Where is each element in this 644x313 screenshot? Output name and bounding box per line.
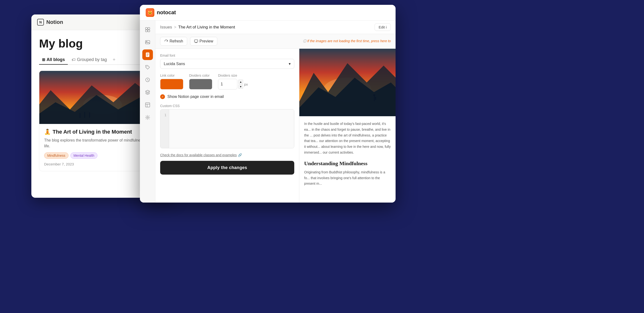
sidebar-item-layers[interactable]: [142, 87, 153, 98]
breadcrumb: Issues > The Art of Living in the Moment: [160, 25, 235, 30]
monitor-icon: [194, 39, 198, 43]
sidebar-item-tag[interactable]: [142, 62, 153, 72]
notocat-main: Issues > The Art of Living in the Moment…: [155, 20, 396, 202]
svg-rect-13: [148, 28, 150, 30]
breadcrumb-current: The Art of Living in the Moment: [178, 25, 235, 30]
link-color-label: Link color: [160, 74, 183, 78]
svg-point-36: [374, 94, 375, 96]
tab-grouped-by-tag[interactable]: 🏷 Grouped by tag: [69, 55, 110, 65]
toolbar-notice: ⓘ If the images are not loading the firs…: [303, 39, 391, 44]
notocat-logo-icon: 🐱: [146, 8, 154, 17]
css-line-numbers: 1: [160, 110, 169, 148]
tab-grouped-label: Grouped by tag: [77, 57, 107, 62]
preview-hero-image: [299, 49, 396, 116]
svg-rect-24: [146, 103, 150, 107]
svg-rect-6: [89, 112, 90, 118]
email-font-label: Email font: [160, 54, 294, 58]
link-color-group: Link color: [160, 74, 183, 90]
notion-logo-icon: N: [37, 19, 44, 26]
custom-css-row: Custom CSS 1: [160, 104, 294, 148]
preview-panel: In the hustle and bustle of today's fast…: [299, 49, 396, 202]
breadcrumb-separator: >: [174, 25, 176, 30]
notocat-window: 🐱 notocat: [140, 5, 396, 202]
tab-all-blogs-label: All blogs: [46, 57, 65, 62]
preview-intro-text: In the hustle and bustle of today's fast…: [304, 121, 391, 156]
svg-point-22: [146, 66, 147, 67]
sidebar-item-circle[interactable]: [142, 74, 153, 85]
divider-down-button[interactable]: ▼: [238, 84, 243, 89]
apply-changes-button[interactable]: Apply the changes: [160, 161, 294, 174]
external-link-icon: 🔗: [238, 153, 242, 157]
email-font-row: Email font Lucida Sans ▾: [160, 54, 294, 69]
tag-mental-health: Mental Health: [70, 152, 98, 159]
svg-rect-15: [148, 30, 150, 32]
dividers-color-label: Dividers color: [189, 74, 212, 78]
notocat-sidebar: [140, 20, 155, 202]
card-emoji: 🧘: [44, 129, 51, 135]
svg-rect-35: [374, 96, 375, 101]
show-cover-label: Show Notion page cover in email: [168, 94, 224, 99]
sidebar-item-layout[interactable]: [142, 100, 153, 110]
docs-link-row: Check the docs for available classes and…: [160, 153, 294, 157]
content-area: Email font Lucida Sans ▾ Link color: [155, 49, 396, 202]
svg-rect-4: [80, 113, 80, 118]
email-font-select[interactable]: Lucida Sans ▾: [160, 59, 294, 69]
tag-mindfulness: Mindfulness: [44, 152, 68, 159]
chevron-down-icon: ▾: [289, 62, 291, 66]
divider-arrows: ▲ ▼: [238, 80, 243, 89]
css-editor-inner: 1: [160, 110, 294, 148]
show-cover-checkbox[interactable]: ✓: [160, 94, 165, 99]
show-cover-row: ✓ Show Notion page cover in email: [160, 94, 294, 99]
breadcrumb-parent[interactable]: Issues: [160, 25, 172, 30]
notocat-titlebar: 🐱 notocat: [140, 5, 396, 20]
grid-icon: ⊞: [42, 58, 45, 62]
custom-css-textarea[interactable]: [169, 110, 294, 148]
css-line-1: 1: [164, 113, 166, 117]
tab-all-blogs[interactable]: ⊞ All blogs: [39, 55, 68, 65]
dividers-color-swatch[interactable]: [189, 79, 212, 90]
sidebar-item-grid[interactable]: [142, 24, 153, 35]
svg-text:🐱: 🐱: [148, 10, 152, 15]
notocat-body: Issues > The Art of Living in the Moment…: [140, 20, 396, 202]
notion-app-name: Notion: [46, 19, 63, 25]
divider-size-input-wrapper: ▲ ▼ px: [218, 79, 248, 90]
preview-button[interactable]: Preview: [190, 37, 217, 46]
edit-button[interactable]: Edit i: [374, 24, 391, 31]
svg-rect-37: [375, 97, 376, 100]
svg-rect-28: [194, 40, 198, 42]
divider-up-button[interactable]: ▲: [238, 80, 243, 84]
svg-rect-14: [146, 30, 147, 32]
settings-panel: Email font Lucida Sans ▾ Link color: [155, 49, 299, 202]
svg-point-27: [147, 117, 148, 118]
refresh-icon: [164, 39, 168, 43]
colors-row: Link color Dividers color Dividers size: [160, 74, 294, 90]
notocat-toolbar: Refresh Preview ⓘ If the images are not …: [155, 34, 396, 49]
toolbar-notice-link[interactable]: press here to: [371, 39, 391, 43]
preview-sub-text: Originating from Buddhist philosophy, mi…: [304, 170, 391, 187]
dividers-size-label: Dividers size: [218, 74, 248, 78]
custom-css-label: Custom CSS: [160, 104, 294, 108]
add-tab-button[interactable]: +: [111, 55, 118, 64]
preview-body: In the hustle and bustle of today's fast…: [299, 116, 396, 192]
docs-link[interactable]: Check the docs for available classes and…: [160, 153, 237, 157]
preview-heading: Understanding Mindfulness: [304, 160, 391, 167]
tag-icon: 🏷: [72, 58, 76, 62]
svg-rect-12: [146, 28, 147, 30]
sidebar-item-document[interactable]: [142, 50, 153, 60]
sidebar-item-image[interactable]: [142, 37, 153, 48]
custom-css-container: 1: [160, 109, 294, 148]
dividers-color-group: Dividers color: [189, 74, 212, 90]
dividers-size-group: Dividers size ▲ ▼ px: [218, 74, 248, 90]
notocat-topbar: Issues > The Art of Living in the Moment…: [155, 20, 396, 34]
refresh-button[interactable]: Refresh: [160, 37, 187, 46]
link-color-swatch[interactable]: [160, 79, 183, 90]
divider-size-field[interactable]: [218, 79, 237, 90]
svg-rect-5: [84, 112, 85, 118]
divider-unit: px: [244, 82, 248, 86]
notocat-brand-name: notocat: [157, 10, 176, 16]
toolbar-actions: Refresh Preview: [160, 37, 217, 46]
svg-rect-16: [146, 40, 150, 44]
sidebar-item-settings[interactable]: [142, 112, 153, 123]
